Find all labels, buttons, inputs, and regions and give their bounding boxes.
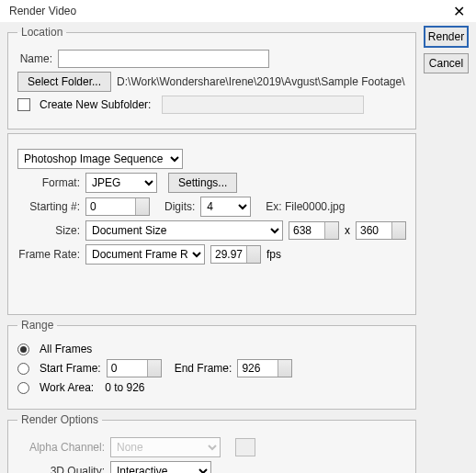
width-input[interactable] [289, 221, 339, 240]
create-subfolder-checkbox[interactable] [17, 98, 30, 111]
work-area-value: 0 to 926 [105, 381, 144, 394]
render-button[interactable]: Render [424, 26, 469, 48]
digits-label: Digits: [164, 200, 195, 213]
start-frame-radio[interactable] [17, 363, 29, 375]
work-area-label: Work Area: [40, 381, 94, 394]
preset-select[interactable]: Photoshop Image Sequence [17, 149, 183, 169]
render-options-legend: Render Options [17, 413, 102, 426]
name-input[interactable] [58, 50, 269, 68]
framerate-label: Frame Rate: [17, 248, 80, 261]
name-label: Name: [17, 52, 52, 65]
range-group: Range All Frames Start Frame: End Frame:… [7, 319, 416, 410]
close-icon[interactable]: ✕ [449, 3, 469, 20]
start-frame-input[interactable] [107, 359, 162, 377]
starting-input[interactable] [85, 197, 150, 216]
fps-input[interactable] [210, 245, 261, 264]
format-label: Format: [17, 176, 80, 189]
alpha-label: Alpha Channel: [17, 441, 105, 454]
all-frames-label: All Frames [40, 343, 92, 355]
render-options-group: Render Options Alpha Channel: None 3D Qu… [7, 413, 416, 473]
x-label: x [345, 224, 350, 237]
height-input[interactable] [356, 221, 406, 240]
framerate-select[interactable]: Document Frame Rate [85, 244, 205, 265]
alpha-swatch [235, 438, 255, 456]
alpha-select: None [110, 437, 221, 457]
titlebar: Render Video ✕ [0, 0, 476, 22]
size-label: Size: [17, 224, 80, 237]
folder-path: D:\Work\Wondershare\Irene\2019\Avgust\Sa… [117, 75, 405, 88]
fps-unit: fps [266, 248, 281, 261]
digits-select[interactable]: 4 [200, 197, 251, 217]
range-legend: Range [17, 319, 57, 332]
settings-button[interactable]: Settings... [168, 173, 237, 193]
window-title: Render Video [9, 5, 76, 17]
quality-select[interactable]: Interactive [110, 461, 211, 473]
end-frame-input[interactable] [237, 359, 292, 377]
location-legend: Location [17, 26, 66, 39]
starting-label: Starting #: [17, 200, 80, 213]
all-frames-radio[interactable] [17, 343, 29, 355]
quality-label: 3D Quality: [17, 465, 105, 473]
subfolder-input[interactable] [162, 96, 364, 114]
work-area-radio[interactable] [17, 382, 29, 394]
format-group: Photoshop Image Sequence Format: JPEG Se… [7, 133, 416, 315]
end-frame-label: End Frame: [175, 362, 232, 375]
format-select[interactable]: JPEG [85, 173, 157, 193]
create-subfolder-label: Create New Subfolder: [40, 98, 151, 111]
select-folder-button[interactable]: Select Folder... [17, 72, 111, 92]
cancel-button[interactable]: Cancel [424, 53, 469, 73]
location-group: Location Name: Select Folder... D:\Work\… [7, 26, 416, 130]
filename-example: Ex: File0000.jpg [266, 200, 345, 213]
size-select[interactable]: Document Size [85, 220, 283, 241]
start-frame-label: Start Frame: [40, 362, 101, 375]
